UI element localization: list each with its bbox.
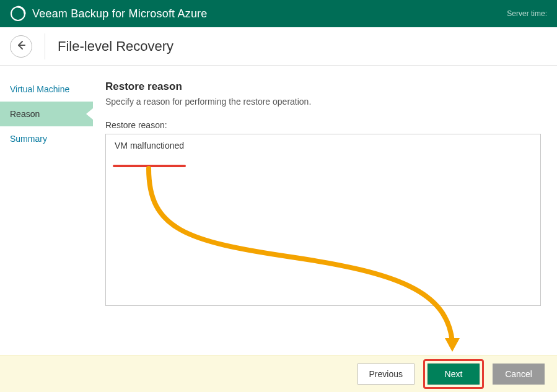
page-header: File-level Recovery <box>0 27 557 66</box>
sidebar-item-reason[interactable]: Reason <box>0 102 93 126</box>
wizard-footer: Previous Next Cancel <box>0 355 557 392</box>
sidebar-item-summary[interactable]: Summary <box>0 126 93 151</box>
arrow-left-icon <box>15 40 27 53</box>
page-title: File-level Recovery <box>58 38 173 54</box>
section-desc: Specify a reason for performing the rest… <box>105 97 541 107</box>
sidebar-item-label: Summary <box>10 134 47 144</box>
field-label: Restore reason: <box>105 120 541 130</box>
brand-title: Veeam Backup for Microsoft Azure <box>32 7 208 20</box>
veeam-logo-icon <box>10 6 26 22</box>
body: Virtual Machine Reason Summary Restore r… <box>0 66 557 355</box>
restore-reason-input[interactable] <box>105 134 541 306</box>
wizard-sidebar: Virtual Machine Reason Summary <box>0 66 93 355</box>
sidebar-item-label: Virtual Machine <box>10 84 69 94</box>
main-panel: Restore reason Specify a reason for perf… <box>93 66 557 355</box>
section-title: Restore reason <box>105 81 541 93</box>
back-button[interactable] <box>10 35 32 58</box>
sidebar-item-virtual-machine[interactable]: Virtual Machine <box>0 77 93 102</box>
server-time-label: Server time: <box>507 9 547 18</box>
brand: Veeam Backup for Microsoft Azure <box>10 6 208 22</box>
top-bar: Veeam Backup for Microsoft Azure Server … <box>0 0 557 27</box>
sidebar-item-label: Reason <box>10 109 40 119</box>
divider <box>45 33 45 59</box>
server-time: Server time: <box>507 9 547 18</box>
previous-button[interactable]: Previous <box>357 364 414 385</box>
next-button[interactable]: Next <box>428 364 480 385</box>
cancel-button[interactable]: Cancel <box>493 364 545 385</box>
next-highlight-annotation: Next <box>423 359 484 389</box>
